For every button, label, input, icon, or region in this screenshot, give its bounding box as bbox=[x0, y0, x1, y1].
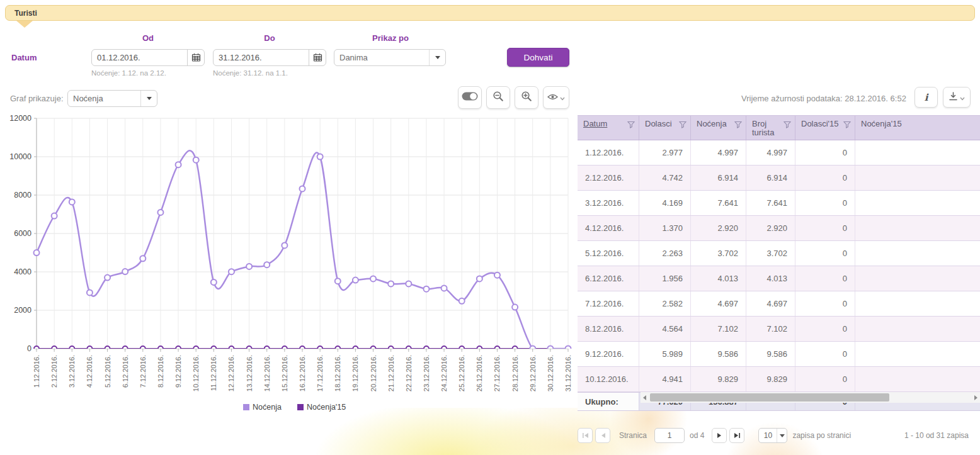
column-header[interactable]: Datum bbox=[578, 116, 639, 140]
data-point[interactable] bbox=[459, 298, 465, 304]
data-point[interactable] bbox=[105, 275, 110, 281]
date-to-field[interactable] bbox=[213, 49, 326, 66]
legend-label[interactable]: Noćenja bbox=[253, 403, 282, 412]
data-point[interactable] bbox=[193, 157, 199, 163]
info-button[interactable]: i bbox=[914, 87, 938, 108]
data-point[interactable] bbox=[87, 289, 93, 295]
data-point[interactable] bbox=[370, 276, 376, 281]
last-page-button[interactable] bbox=[729, 428, 744, 443]
x-axis-tick-label: 15.12.2016. bbox=[281, 355, 288, 391]
data-point[interactable] bbox=[69, 199, 75, 205]
scroll-left-arrow[interactable] bbox=[641, 392, 649, 403]
data-point[interactable] bbox=[300, 186, 305, 191]
chevron-down-icon bbox=[960, 92, 965, 103]
page-number-input[interactable] bbox=[654, 428, 685, 443]
horizontal-scrollbar[interactable] bbox=[641, 392, 980, 403]
filter-icon[interactable] bbox=[679, 121, 687, 128]
table-cell bbox=[855, 317, 980, 341]
do-label: Do bbox=[213, 33, 326, 43]
table-row[interactable]: 10.12.2016.4.9419.8299.8290 bbox=[578, 367, 980, 392]
table-row[interactable]: 4.12.2016.1.3702.9202.9200 bbox=[578, 216, 980, 241]
table-row[interactable]: 7.12.2016.2.5824.6974.6970 bbox=[578, 291, 980, 317]
data-point[interactable] bbox=[211, 279, 217, 285]
data-point[interactable] bbox=[34, 250, 40, 256]
x-axis-tick-label: 6.12.2016. bbox=[122, 355, 129, 388]
export-button[interactable] bbox=[943, 87, 971, 108]
chevron-down-icon[interactable] bbox=[429, 50, 445, 65]
scrollbar-thumb[interactable] bbox=[650, 393, 889, 402]
filter-icon[interactable] bbox=[627, 121, 635, 128]
data-point[interactable] bbox=[442, 285, 447, 291]
totals-label: Ukupno: bbox=[578, 393, 639, 410]
table-cell: 0 bbox=[795, 367, 855, 391]
table-cell: 4.697 bbox=[746, 291, 795, 316]
data-point[interactable] bbox=[512, 305, 518, 310]
column-header[interactable]: Noćenja'15 bbox=[855, 116, 980, 140]
table-row[interactable]: 6.12.2016.1.9564.0134.0130 bbox=[578, 266, 980, 291]
table-cell: 2.920 bbox=[746, 216, 795, 240]
data-point[interactable] bbox=[353, 278, 358, 283]
data-point[interactable] bbox=[246, 264, 252, 269]
table-row[interactable]: 3.12.2016.4.1697.6417.6410 bbox=[578, 191, 980, 216]
data-point[interactable] bbox=[176, 162, 181, 167]
data-point[interactable] bbox=[335, 278, 341, 284]
data-point[interactable] bbox=[388, 281, 394, 286]
data-point[interactable] bbox=[406, 281, 411, 286]
zoom-in-button[interactable] bbox=[515, 86, 538, 109]
table-row[interactable]: 9.12.2016.5.9899.5869.5860 bbox=[578, 342, 980, 367]
table-row[interactable]: 2.12.2016.4.7426.9146.9140 bbox=[578, 166, 980, 191]
data-point[interactable] bbox=[494, 272, 500, 278]
filter-icon[interactable] bbox=[783, 121, 791, 128]
date-to-input[interactable] bbox=[214, 53, 309, 62]
column-header[interactable]: Dolasci'15 bbox=[795, 116, 855, 140]
data-point[interactable] bbox=[229, 269, 234, 274]
data-point[interactable] bbox=[122, 269, 128, 274]
data-point[interactable] bbox=[317, 154, 323, 160]
data-point[interactable] bbox=[264, 262, 270, 267]
per-page-label: zapisa po stranici bbox=[792, 431, 851, 440]
calendar-icon[interactable] bbox=[187, 50, 204, 65]
filter-icon[interactable] bbox=[734, 121, 742, 128]
dohvati-button[interactable]: Dohvati bbox=[507, 48, 569, 67]
prikaz-po-select[interactable]: Danima bbox=[334, 49, 446, 66]
data-point[interactable] bbox=[423, 286, 429, 292]
date-from-input[interactable] bbox=[92, 53, 187, 62]
previous-page-button[interactable] bbox=[595, 428, 610, 443]
chevron-down-icon[interactable] bbox=[140, 91, 157, 106]
data-point[interactable] bbox=[52, 213, 57, 219]
page-size-select[interactable]: 10 bbox=[758, 428, 787, 443]
legend-label[interactable]: Noćenja'15 bbox=[307, 403, 346, 412]
data-point[interactable] bbox=[477, 276, 482, 281]
toggle-series-button[interactable] bbox=[458, 86, 482, 109]
data-point[interactable] bbox=[157, 210, 163, 215]
prikaz-po-value: Danima bbox=[334, 53, 429, 62]
tab-turisti[interactable]: Turisti bbox=[5, 5, 975, 21]
legend-swatch bbox=[297, 404, 304, 410]
x-axis-tick-label: 23.12.2016. bbox=[423, 355, 430, 391]
table-cell bbox=[855, 191, 980, 215]
data-point[interactable] bbox=[282, 242, 287, 248]
page: Turisti Od Do Prikaz po Datum Noćenje: 1… bbox=[0, 0, 980, 455]
column-header[interactable]: Noćenja bbox=[691, 116, 746, 140]
scroll-right-arrow[interactable] bbox=[972, 392, 980, 403]
graf-prikazuje-select[interactable]: Noćenja bbox=[67, 90, 157, 107]
table-cell: 7.102 bbox=[691, 317, 746, 341]
zoom-out-button[interactable] bbox=[486, 86, 510, 109]
table-row[interactable]: 1.12.2016.2.9774.9974.9970 bbox=[578, 140, 980, 166]
table-row[interactable]: 5.12.2016.2.2633.7023.7020 bbox=[578, 241, 980, 266]
column-header[interactable]: Broj turista bbox=[746, 116, 795, 140]
date-from-field[interactable] bbox=[91, 49, 205, 66]
graf-prikazuje-value: Noćenja bbox=[68, 94, 140, 103]
next-page-button[interactable] bbox=[712, 428, 727, 443]
column-header[interactable]: Dolasci bbox=[639, 116, 691, 140]
prikaz-po-label: Prikaz po bbox=[334, 33, 447, 43]
table-row[interactable]: 8.12.2016.4.5647.1027.1020 bbox=[578, 317, 980, 342]
table-cell: 7.641 bbox=[691, 191, 746, 215]
filter-icon[interactable] bbox=[843, 121, 851, 128]
data-point[interactable] bbox=[140, 256, 145, 261]
first-page-button[interactable] bbox=[578, 428, 593, 443]
calendar-icon[interactable] bbox=[309, 50, 326, 65]
visibility-menu-button[interactable] bbox=[543, 86, 569, 109]
line-chart[interactable]: 0200040006000800010000120001.12.2016.2.1… bbox=[5, 115, 573, 415]
x-axis-tick-label: 18.12.2016. bbox=[334, 355, 341, 391]
